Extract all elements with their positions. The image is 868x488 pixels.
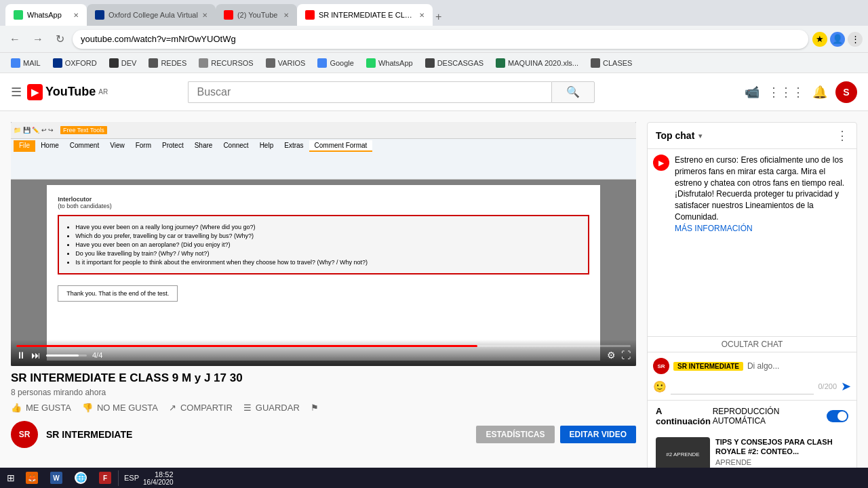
progress-bar[interactable] <box>16 345 631 347</box>
tab-youtube1-close[interactable]: ✕ <box>283 12 289 19</box>
youtube-country: AR <box>98 88 108 96</box>
video-player[interactable]: 📁 💾 ✏️ ↩ ↪ Free Text Tools File Home Com… <box>11 122 636 366</box>
chat-section: Top chat ▾ ⋮ ▶ Estreno en curso: Eres of… <box>647 122 857 477</box>
bookmark-whatsapp[interactable]: WhatsApp <box>361 57 418 69</box>
bookmark-redes-label: REDES <box>161 59 186 67</box>
bookmark-dev[interactable]: DEV <box>104 57 142 69</box>
fullscreen-button[interactable]: ⛶ <box>621 350 631 361</box>
thank-you-text: Thank you. That is the end of the test. <box>66 290 169 297</box>
reload-button[interactable]: ↻ <box>52 30 68 48</box>
taskbar-chrome[interactable]: 🌐 <box>69 470 92 485</box>
channel-badge: SR INTERMEDIATE <box>673 362 743 371</box>
word-tab-share[interactable]: Share <box>189 140 218 152</box>
apps-icon[interactable]: ⋮⋮⋮ <box>768 85 804 100</box>
edit-video-button[interactable]: EDITAR VIDEO <box>560 426 636 443</box>
bookmark-mail-label: MAIL <box>23 59 41 67</box>
tab-youtube2-close[interactable]: ✕ <box>419 12 425 19</box>
chat-text-input[interactable] <box>671 378 814 394</box>
chevron-down-icon[interactable]: ▾ <box>698 132 702 140</box>
questions-list: Have you ever been on a really long jour… <box>64 224 582 266</box>
chat-more-button[interactable]: ⋮ <box>836 128 848 143</box>
forward-button[interactable]: → <box>28 30 47 48</box>
video-camera-icon[interactable]: 📹 <box>745 85 760 100</box>
bookmark-redes[interactable]: REDES <box>143 57 192 69</box>
bookmark-mail[interactable]: MAIL <box>5 57 46 69</box>
bookmark-maquina[interactable]: MAQUINA 2020.xls... <box>490 57 584 69</box>
notifications-icon[interactable]: 🔔 <box>812 85 827 100</box>
next-video-channel: APRENDE <box>715 458 848 466</box>
mas-info-link[interactable]: MÁS INFORMACIÓN <box>675 224 753 233</box>
share-button[interactable]: ↗ COMPARTIR <box>169 403 233 413</box>
start-button[interactable]: ⊞ <box>3 471 19 485</box>
free-pdf-badge: Free Text Tools <box>60 126 107 134</box>
bookmark-recursos[interactable]: RECURSOS <box>193 57 258 69</box>
volume-bar[interactable] <box>46 354 87 357</box>
word-tab-help[interactable]: Help <box>254 140 279 152</box>
word-ribbon: File Home Comment View Form Protect Shar… <box>11 139 636 180</box>
question-5: Is it important for people to think abou… <box>75 259 582 266</box>
tab-youtube2[interactable]: SR INTERMEDIATE E CLASS S... ✕ <box>297 4 433 26</box>
tab-whatsapp-close[interactable]: ✕ <box>73 12 79 19</box>
more-actions-button[interactable]: ⚑ <box>311 403 319 413</box>
word-tab-file[interactable]: File <box>14 140 35 152</box>
new-tab-button[interactable]: + <box>433 8 444 26</box>
back-button[interactable]: ← <box>5 30 24 48</box>
tab-oxford[interactable]: Oxford College Aula Virtual ✕ <box>87 4 216 26</box>
settings-icon[interactable]: ⋮ <box>848 32 863 47</box>
tab-youtube1[interactable]: (2) YouTube ✕ <box>216 4 297 26</box>
search-input[interactable] <box>188 81 551 103</box>
emoji-button[interactable]: 🙂 <box>653 380 667 393</box>
next-video-thumb-label: #2 APRENDE <box>666 451 699 458</box>
bookmark-maquina-label: MAQUINA 2020.xls... <box>508 59 578 67</box>
save-button[interactable]: ☰ GUARDAR <box>243 403 300 413</box>
autoplay-toggle[interactable] <box>827 410 848 422</box>
next-video-thumbnail: #2 APRENDE <box>656 437 710 471</box>
oxford-tab-icon <box>95 10 104 20</box>
hide-chat-button[interactable]: OCULTAR CHAT <box>648 336 856 352</box>
youtube-icon: ▶ <box>658 159 664 167</box>
word-tab-home[interactable]: Home <box>35 140 64 152</box>
bookmark-google[interactable]: Google <box>312 57 359 69</box>
profile-icon[interactable]: 👤 <box>830 32 845 47</box>
word-tab-protect[interactable]: Protect <box>157 140 189 152</box>
menu-button[interactable]: ☰ <box>11 85 22 100</box>
bookmark-descasgas[interactable]: DESCASGAS <box>420 57 489 69</box>
stats-button[interactable]: ESTADÍSTICAS <box>476 426 554 443</box>
send-button[interactable]: ➤ <box>841 379 851 394</box>
user-avatar[interactable]: S <box>835 81 857 103</box>
tab-oxford-close[interactable]: ✕ <box>202 12 208 19</box>
channel-name[interactable]: SR INTERMEDIATE <box>46 429 132 440</box>
channel-avatar[interactable]: SR <box>11 421 38 448</box>
channel-row: SR SR INTERMEDIATE ESTADÍSTICAS EDITAR V… <box>11 421 636 448</box>
settings-button[interactable]: ⚙ <box>607 350 616 361</box>
youtube-logo[interactable]: ▶ YouTubeAR <box>27 84 108 100</box>
taskbar-tray: ESP 18:52 16/4/2020 <box>118 470 179 486</box>
bookmark-clases[interactable]: CLASES <box>585 57 637 69</box>
dislike-button[interactable]: 👎 NO ME GUSTA <box>82 403 158 413</box>
firefox-icon: 🦊 <box>26 472 38 484</box>
taskbar-firefox[interactable]: 🦊 <box>20 470 43 485</box>
word-tab-comment-format[interactable]: Comment Format <box>309 140 373 152</box>
search-button[interactable]: 🔍 <box>551 81 595 103</box>
taskbar-word[interactable]: W <box>45 470 68 485</box>
bookmark-oxford[interactable]: OXFORD <box>47 57 102 69</box>
bookmark-varios-label: VARIOS <box>278 59 306 67</box>
taskbar-filezilla[interactable]: F <box>94 470 117 485</box>
tab-whatsapp[interactable]: WhatsApp ✕ <box>5 4 87 26</box>
system-message-content: Estreno en curso: Eres oficialmente uno … <box>675 155 851 235</box>
word-tab-view[interactable]: View <box>104 140 130 152</box>
bookmark-descasgas-label: DESCASGAS <box>437 59 484 67</box>
word-doc-area: Interlocutor (to both candidates) Have y… <box>11 180 636 366</box>
bookmark-google-icon <box>317 58 327 68</box>
play-button[interactable]: ⏸ <box>16 350 26 361</box>
skip-button[interactable]: ⏭ <box>31 350 41 361</box>
bookmark-varios[interactable]: VARIOS <box>260 57 311 69</box>
word-tab-connect[interactable]: Connect <box>218 140 254 152</box>
word-tab-comment[interactable]: Comment <box>64 140 104 152</box>
word-tab-form[interactable]: Form <box>130 140 157 152</box>
like-button[interactable]: 👍 ME GUSTA <box>11 403 71 413</box>
word-tab-extras[interactable]: Extras <box>279 140 309 152</box>
extensions-icon[interactable]: ★ <box>812 32 827 47</box>
url-bar[interactable] <box>73 30 808 49</box>
youtube1-tab-icon <box>224 10 233 20</box>
